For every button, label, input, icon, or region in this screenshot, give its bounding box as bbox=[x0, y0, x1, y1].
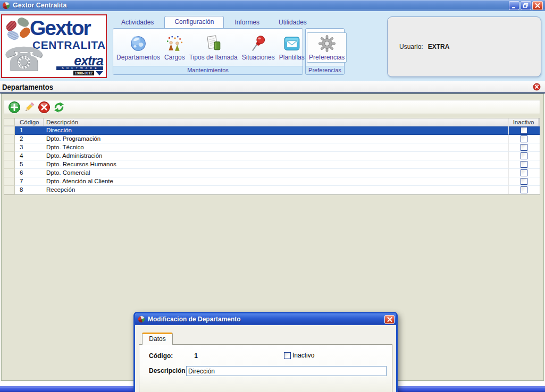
people-confetti-icon bbox=[165, 34, 183, 53]
cell-codigo: 5 bbox=[15, 160, 44, 169]
table-header: Código Descripción Inactivo bbox=[4, 118, 540, 126]
dialog-close-button[interactable] bbox=[384, 315, 395, 324]
table-row[interactable]: 1Dirección bbox=[4, 126, 540, 135]
ribbon-item-tipos-de-llamada[interactable]: Tipos de llamada bbox=[187, 32, 240, 63]
ribbon-item-label: Plantillas bbox=[279, 54, 305, 61]
inactivo-checkbox[interactable] bbox=[284, 352, 291, 359]
inactivo-row-checkbox[interactable] bbox=[521, 144, 527, 151]
ribbon-item-departamentos[interactable]: Departamentos bbox=[114, 32, 162, 63]
cell-inactivo bbox=[508, 152, 539, 160]
cell-inactivo bbox=[508, 126, 539, 135]
codigo-label: Código: bbox=[149, 352, 173, 360]
app-pinwheel-icon bbox=[2, 2, 10, 10]
record-toolbar bbox=[4, 100, 540, 114]
cell-codigo: 8 bbox=[15, 186, 44, 194]
cell-codigo: 3 bbox=[15, 143, 44, 152]
table-row[interactable]: 5Dpto. Recursos Humanos bbox=[4, 160, 540, 169]
tab-utilidades[interactable]: Utilidades bbox=[270, 17, 315, 28]
cell-inactivo bbox=[508, 143, 539, 152]
user-value: EXTRA bbox=[428, 43, 450, 50]
dialog-body: Datos Código: 1 Inactivo Descripción: bbox=[135, 325, 396, 392]
table-row[interactable]: 2Dpto. Programación bbox=[4, 135, 540, 143]
ribbon-item-plantillas[interactable]: Plantillas bbox=[277, 32, 307, 63]
cell-descripcion: Dpto. Recursos Humanos bbox=[44, 160, 508, 169]
close-button[interactable] bbox=[532, 1, 543, 10]
table-row[interactable]: 3Dpto. Técnico bbox=[4, 143, 540, 152]
cell-inactivo bbox=[508, 135, 539, 143]
tab-informes[interactable]: Informes bbox=[226, 17, 268, 28]
edit-button[interactable] bbox=[23, 101, 36, 114]
cell-inactivo bbox=[508, 160, 539, 169]
ribbon-group-mantenimientos: DepartamentosCargosTipos de llamadaSitua… bbox=[113, 28, 303, 75]
cell-descripcion: Recepción bbox=[44, 186, 508, 194]
row-gutter bbox=[4, 152, 15, 160]
inactivo-label: Inactivo bbox=[292, 352, 314, 359]
row-gutter bbox=[4, 177, 15, 186]
add-button[interactable] bbox=[8, 101, 21, 114]
page-title: Departamentos bbox=[2, 82, 469, 91]
inactivo-row-checkbox[interactable] bbox=[521, 169, 527, 176]
header-gutter bbox=[4, 118, 15, 126]
tab-configuracion[interactable]: Configuración bbox=[164, 16, 224, 28]
ribbon-item-label: Tipos de llamada bbox=[189, 54, 238, 61]
vendor-years: 1988-2012 bbox=[73, 71, 94, 75]
row-gutter bbox=[4, 169, 15, 177]
cell-descripcion: Dirección bbox=[44, 126, 508, 135]
cell-codigo: 4 bbox=[15, 152, 44, 160]
table-row[interactable]: 7Dpto. Atención al Cliente bbox=[4, 177, 540, 186]
ribbon-item-preferencias[interactable]: Preferencias bbox=[307, 32, 347, 63]
minimize-button[interactable] bbox=[509, 1, 519, 10]
ribbon-tabs: ActividadesConfiguraciónInformesUtilidad… bbox=[113, 16, 317, 28]
vendor-tagline: S O F T W A R E bbox=[56, 66, 103, 70]
inactivo-row-checkbox[interactable] bbox=[521, 127, 527, 134]
ribbon-group-label: Mantenimientos bbox=[113, 66, 303, 74]
cell-codigo: 2 bbox=[15, 135, 44, 143]
section-close-button[interactable] bbox=[533, 83, 541, 91]
inactivo-row-checkbox[interactable] bbox=[521, 152, 527, 159]
inactivo-row-checkbox[interactable] bbox=[521, 135, 527, 142]
row-gutter bbox=[4, 143, 15, 152]
header-descripcion[interactable]: Descripción bbox=[44, 118, 508, 126]
codigo-value: 1 bbox=[194, 352, 198, 360]
ribbon-group-preferencias: PreferenciasPreferencias bbox=[305, 28, 345, 75]
header-inactivo[interactable]: Inactivo bbox=[508, 118, 539, 126]
dialog-title: Modificacion de Departamento bbox=[148, 316, 384, 323]
globe-icon bbox=[129, 34, 147, 53]
delete-button[interactable] bbox=[38, 101, 51, 114]
cell-inactivo bbox=[508, 186, 539, 194]
row-gutter bbox=[4, 135, 15, 143]
inactivo-row-checkbox[interactable] bbox=[521, 161, 527, 168]
gear-icon bbox=[318, 34, 336, 53]
user-label: Usuario: bbox=[399, 43, 423, 50]
cell-inactivo bbox=[508, 169, 539, 177]
table-row[interactable]: 4Dpto. Administración bbox=[4, 152, 540, 160]
restore-button[interactable] bbox=[521, 1, 531, 10]
cell-descripcion: Dpto. Programación bbox=[44, 135, 508, 143]
inactivo-row-checkbox[interactable] bbox=[521, 186, 527, 193]
ribbon-item-label: Situaciones bbox=[242, 54, 275, 61]
cell-inactivo bbox=[508, 177, 539, 186]
ribbon-item-label: Preferencias bbox=[309, 54, 345, 61]
tab-actividades[interactable]: Actividades bbox=[113, 17, 162, 28]
content-area: Código Descripción Inactivo 1Dirección2D… bbox=[1, 93, 544, 381]
ribbon-item-situaciones[interactable]: Situaciones bbox=[240, 32, 277, 63]
ribbon-item-cargos[interactable]: Cargos bbox=[162, 32, 187, 63]
user-panel: Usuario: EXTRA bbox=[387, 16, 541, 77]
header-codigo[interactable]: Código bbox=[15, 118, 44, 126]
row-gutter bbox=[4, 186, 15, 194]
row-gutter bbox=[4, 126, 15, 135]
pushpin-icon bbox=[249, 34, 267, 53]
app-window: Gextor Centralita Gextor CENTRALITA ☎ ex… bbox=[0, 0, 545, 392]
app-logo: Gextor CENTRALITA ☎ extra S O F T W A R … bbox=[1, 14, 107, 78]
cell-codigo: 1 bbox=[15, 126, 44, 135]
table-row[interactable]: 8Recepción bbox=[4, 186, 540, 194]
table-row[interactable]: 6Dpto. Comercial bbox=[4, 169, 540, 177]
edit-department-dialog: Modificacion de Departamento Datos Códig… bbox=[133, 312, 398, 392]
tab-datos[interactable]: Datos bbox=[142, 333, 173, 345]
refresh-button[interactable] bbox=[53, 101, 65, 114]
inactivo-row-checkbox[interactable] bbox=[521, 178, 527, 185]
header-band: Gextor CENTRALITA ☎ extra S O F T W A R … bbox=[0, 11, 545, 81]
descripcion-input[interactable] bbox=[186, 366, 387, 376]
dialog-titlebar: Modificacion de Departamento bbox=[135, 313, 396, 325]
brand-name: Gextor bbox=[30, 16, 90, 40]
